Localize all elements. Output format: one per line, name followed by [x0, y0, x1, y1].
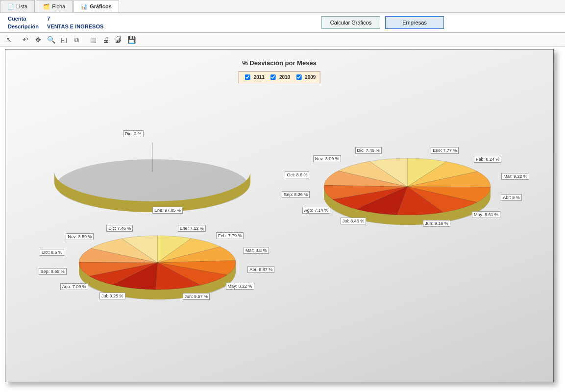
descripcion-label: Descripción	[8, 24, 47, 29]
label-2009-May: May: 8.61 %	[472, 211, 500, 218]
undo-icon[interactable]: ↶	[20, 34, 31, 46]
empresas-button[interactable]: Empresas	[385, 16, 444, 29]
cuenta-label: Cuenta	[8, 16, 47, 22]
label-2009-Jun: Jun: 9.16 %	[423, 220, 450, 227]
export-icon[interactable]: 🗐	[113, 34, 124, 46]
label-2009-Ago: Ago: 7.14 %	[302, 207, 330, 214]
zoom-box-icon[interactable]: ◰	[58, 34, 70, 46]
label-2009-Oct: Oct: 8.6 %	[285, 172, 309, 178]
print-icon[interactable]: 🖨	[100, 34, 112, 46]
label-2009-Ene: Ene: 7.77 %	[431, 147, 459, 154]
label-2009-Jul: Jul: 8.46 %	[341, 218, 367, 224]
descripcion-value: VENTAS E INGRESOS	[47, 24, 145, 29]
tab-lista-label: Lista	[16, 3, 27, 9]
label-2009-Abr: Abr: 9 %	[501, 194, 522, 201]
viewport-wrap: % Desviación por Meses 2011 2010 2009 En…	[0, 47, 565, 387]
tab-ficha-label: Ficha	[52, 3, 65, 9]
chart-icon: 📊	[81, 3, 88, 10]
cuenta-value: 7	[47, 16, 145, 22]
zoom-icon[interactable]: 🔍	[45, 34, 57, 46]
pie-2009: Ene: 7.77 %Feb: 8.24 %Mar: 9.22 %Abr: 9 …	[5, 49, 553, 382]
label-2009-Mar: Mar: 9.22 %	[501, 173, 529, 180]
header-buttons: Calcular Gráficos Empresas	[321, 16, 444, 29]
tab-graficos[interactable]: 📊 Gráficos	[74, 0, 119, 12]
list-icon: 📄	[7, 3, 14, 10]
app-root: 📄 Lista 🗂️ Ficha 📊 Gráficos Cuenta 7 Des…	[0, 0, 565, 392]
label-2009-Dic: Dic: 7.45 %	[355, 147, 382, 154]
chart-viewport: % Desviación por Meses 2011 2010 2009 En…	[5, 49, 554, 382]
toggle-3d-icon[interactable]: ▥	[87, 34, 99, 46]
move-icon[interactable]: ✥	[32, 34, 44, 46]
label-2009-Nov: Nov: 8.09 %	[313, 155, 341, 162]
tab-bar: 📄 Lista 🗂️ Ficha 📊 Gráficos	[0, 0, 565, 13]
card-icon: 🗂️	[43, 3, 50, 10]
save-icon[interactable]: 💾	[125, 34, 137, 46]
copy-icon[interactable]: ⧉	[71, 34, 82, 46]
tab-lista[interactable]: 📄 Lista	[0, 0, 35, 12]
tab-ficha[interactable]: 🗂️ Ficha	[36, 0, 73, 12]
label-2009-Sep: Sep: 8.26 %	[282, 191, 310, 198]
header-form: Cuenta 7 Descripción VENTAS E INGRESOS C…	[0, 13, 565, 32]
header-labels: Cuenta 7 Descripción VENTAS E INGRESOS	[8, 16, 145, 29]
label-2009-Feb: Feb: 8.24 %	[474, 156, 502, 163]
chart-toolbar: ↖ ↶ ✥ 🔍 ◰ ⧉ ▥ 🖨 🗐 💾	[0, 32, 565, 47]
pointer-tool[interactable]: ↖	[3, 34, 15, 46]
calcular-button[interactable]: Calcular Gráficos	[321, 16, 380, 29]
tab-graficos-label: Gráficos	[90, 3, 112, 9]
